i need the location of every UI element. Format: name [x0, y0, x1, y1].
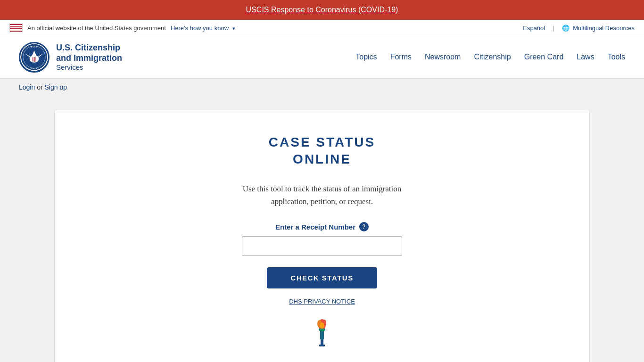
official-text: An official website of the United States… [27, 25, 166, 32]
espanol-link[interactable]: Español [523, 25, 545, 32]
svg-point-14 [320, 322, 324, 329]
help-icon[interactable]: ? [359, 222, 369, 231]
torch-icon [310, 319, 334, 351]
login-link[interactable]: Login [19, 83, 35, 91]
main-header: ★ ★ ★ ★ ★ ★ U.S. Citizenship and Immigra… [0, 36, 644, 79]
sign-up-link[interactable]: Sign up [45, 83, 67, 91]
svg-rect-8 [34, 57, 35, 62]
agency-name-text: U.S. Citizenship and Immigration Service… [56, 43, 122, 71]
chevron-down-icon: ▾ [232, 25, 235, 32]
receipt-number-input[interactable] [242, 236, 402, 256]
check-status-button[interactable]: CHECK STATUS [267, 267, 377, 288]
alert-link[interactable]: USCIS Response to Coronavirus (COVID-19) [246, 6, 398, 14]
nav-green-card[interactable]: Green Card [524, 53, 564, 61]
main-nav: Topics Forms Newsroom Citizenship Green … [355, 53, 625, 61]
alert-bar: USCIS Response to Coronavirus (COVID-19) [0, 0, 644, 20]
svg-rect-18 [319, 345, 325, 346]
case-status-card: CASE STATUS ONLINE Use this tool to trac… [54, 110, 590, 362]
nav-topics[interactable]: Topics [355, 53, 377, 61]
how-you-know-link[interactable]: Here's how you know ▾ [171, 25, 235, 32]
gov-banner: An official website of the United States… [0, 20, 644, 36]
multilingual-resources-link[interactable]: 🌐 Multilingual Resources [562, 25, 635, 32]
login-or-text: or [37, 83, 42, 91]
nav-laws[interactable]: Laws [577, 53, 594, 61]
nav-forms[interactable]: Forms [390, 53, 412, 61]
receipt-number-label: Enter a Receipt Number ? [74, 222, 570, 231]
case-status-title: CASE STATUS ONLINE [74, 134, 570, 168]
logo-link[interactable]: ★ ★ ★ ★ ★ ★ U.S. Citizenship and Immigra… [19, 42, 122, 73]
gov-banner-right: Español | 🌐 Multilingual Resources [523, 25, 635, 32]
torch-area [74, 319, 570, 351]
svg-rect-7 [33, 57, 34, 62]
svg-text:★ ★ ★: ★ ★ ★ [31, 46, 38, 48]
us-flag-icon [9, 24, 23, 32]
nav-citizenship[interactable]: Citizenship [474, 53, 511, 61]
main-content: CASE STATUS ONLINE Use this tool to trac… [0, 96, 644, 362]
login-bar: Login or Sign up [0, 79, 644, 96]
nav-tools[interactable]: Tools [608, 53, 625, 61]
svg-rect-15 [320, 329, 324, 340]
case-status-description: Use this tool to track the status of an … [232, 182, 412, 208]
svg-rect-16 [319, 329, 325, 331]
gov-banner-left: An official website of the United States… [9, 24, 235, 32]
privacy-notice-link[interactable]: DHS PRIVACY NOTICE [74, 298, 570, 305]
svg-text:★ ★ ★: ★ ★ ★ [31, 67, 38, 70]
nav-newsroom[interactable]: Newsroom [425, 53, 461, 61]
check-status-wrapper: CHECK STATUS [74, 267, 570, 298]
separator: | [553, 25, 554, 32]
agency-seal: ★ ★ ★ ★ ★ ★ [19, 42, 50, 73]
globe-icon: 🌐 [562, 25, 570, 32]
